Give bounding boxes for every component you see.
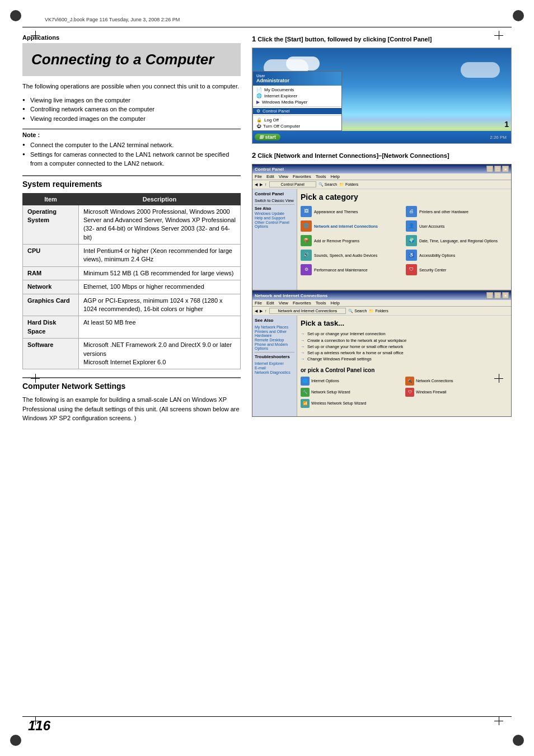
network-settings-heading: Computer Network Settings <box>22 382 241 391</box>
page-number: 116 <box>28 718 50 734</box>
pick-icon-title: or pick a Control Panel icon <box>301 367 508 373</box>
category-label: Appearance and Themes <box>314 209 358 214</box>
category-user-accounts: 👤 User Accounts <box>406 220 508 232</box>
see-also-help: Help and Support <box>255 216 294 220</box>
menu-file: File <box>255 174 262 179</box>
table-cell-description: Intel Pentium4 or higher (Xeon recommend… <box>79 245 241 267</box>
category-label: Accessibility Options <box>419 253 455 258</box>
note-box: Note : Connect the computer to the LAN2 … <box>22 129 241 168</box>
section-divider-1 <box>22 175 241 176</box>
nc-see-my-network: My Network Places <box>255 325 294 329</box>
start-menu: User Administrator 📄 My Documents 🌐 Inte… <box>252 71 342 131</box>
nc-menu-view: View <box>279 300 288 306</box>
nc-nav-forward: ▶ <box>260 309 263 313</box>
note-label: Note : <box>22 132 241 138</box>
category-appearance: 🖼 Appearance and Themes <box>301 206 402 217</box>
category-date-time: 🌍 Date, Time, Language, and Regional Opt… <box>406 235 508 246</box>
cp-titlebar: Control Panel _ □ × <box>252 165 511 173</box>
table-row: NetworkEthernet, 100 Mbps or higher reco… <box>23 280 241 294</box>
search-btn: 🔍 Search <box>318 182 337 187</box>
menu-help: Help <box>330 174 339 179</box>
control-panel-window: Control Panel _ □ × File Edit View Favor… <box>252 164 512 290</box>
start-menu-header: User Administrator <box>253 72 341 86</box>
system-requirements-table: Item Description Operating SystemMicroso… <box>22 193 241 370</box>
file-info: VK7Vi600_J.book Page 116 Tuesday, June 3… <box>22 17 512 22</box>
step-1: 1 Click the [Start] button, followed by … <box>252 34 512 144</box>
cross-mark-tr <box>494 31 503 40</box>
nc-main-area: Pick a task... Set up or change your Int… <box>297 316 511 416</box>
appearance-icon: 🖼 <box>301 206 312 217</box>
table-header-item: Item <box>23 193 79 205</box>
step-2-label: Click [Network and Internet Connections]… <box>257 152 449 159</box>
step-2-number: 2 <box>252 151 256 159</box>
wireless-icon: 📶 <box>301 399 310 408</box>
table-cell-description: Minimum 512 MB (1 GB recommended for lar… <box>79 266 241 280</box>
table-cell-description: Ethernet, 100 Mbps or higher recommended <box>79 280 241 294</box>
table-cell-item: CPU <box>23 245 79 267</box>
menu-favorites: Favorites <box>293 174 311 179</box>
maximize-button: □ <box>494 166 501 172</box>
nc-icon-connections: 🔌 Network Connections <box>405 377 508 386</box>
step-1-label: Click the [Start] button, followed by cl… <box>257 36 432 43</box>
step-1-badge: 1 <box>504 120 509 129</box>
pick-icon-row: 🌐 Internet Options 🔌 Network Connections… <box>301 377 508 408</box>
nc-nav-back: ◀ <box>255 309 257 313</box>
table-cell-description: AGP or PCI-Express, minimum 1024 x 768 (… <box>79 294 241 316</box>
category-label: Performance and Maintenance <box>314 267 368 273</box>
winxp-desktop: User Administrator 📄 My Documents 🌐 Inte… <box>252 48 511 143</box>
bullet-item: Viewing recorded images on the computer <box>22 114 241 124</box>
security-icon: 🛡 <box>406 264 417 275</box>
category-security: 🛡 Security Center <box>406 264 508 275</box>
nc-menu-file: File <box>255 300 262 306</box>
nc-sidebar-title: See Also <box>255 318 294 323</box>
step-1-title: 1 Click the [Start] button, followed by … <box>252 34 512 44</box>
table-cell-item: Network <box>23 280 79 294</box>
nc-body: See Also My Network Places Printers and … <box>252 316 511 416</box>
cross-mark-tl <box>31 31 40 40</box>
top-border <box>22 27 512 27</box>
switch-classic-view: Switch to Classic View <box>255 199 294 203</box>
start-menu-item: ⏻ Turn Off Computer <box>253 123 341 129</box>
nc-titlebar: Network and Internet Connections _ □ × <box>252 291 511 300</box>
sounds-icon: 🔊 <box>301 250 312 261</box>
table-cell-item: Software <box>23 339 79 369</box>
intro-bullets: Viewing live images on the computer Cont… <box>22 96 241 124</box>
corner-mark-bl <box>10 735 21 746</box>
cross-mark-ml <box>31 374 40 383</box>
cp-title: Control Panel <box>255 167 284 172</box>
bullet-item: Viewing live images on the computer <box>22 96 241 105</box>
performance-icon: ⚙ <box>301 264 312 275</box>
network-settings-text: The following is an example for building… <box>22 395 241 423</box>
nc-menu-help: Help <box>330 300 339 306</box>
see-also-windows-update: Windows Update <box>255 212 294 215</box>
see-also-label: See Also <box>255 206 294 210</box>
nc-menu-edit: Edit <box>266 300 274 306</box>
accessibility-icon: ♿ <box>406 250 417 261</box>
start-button: ⊞ start <box>255 134 280 140</box>
start-menu-control-panel: ⚙ Control Panel <box>253 108 341 114</box>
nc-minimize: _ <box>486 292 493 299</box>
nc-icon-wireless: 📶 Wireless Network Setup Wizard <box>301 399 403 408</box>
category-performance: ⚙ Performance and Maintenance <box>301 264 402 275</box>
category-sounds: 🔊 Sounds, Speech, and Audio Devices <box>301 250 402 261</box>
note-bullets: Connect the computer to the LAN2 termina… <box>22 140 241 168</box>
task-item-4: Set up a wireless network for a home or … <box>301 350 508 356</box>
nc-troubleshoot-internet: Internet Explorer <box>255 361 294 365</box>
nc-address-bar: Network and Internet Connections <box>269 308 346 314</box>
system-req-heading: System requirements <box>22 180 241 189</box>
title-box: Connecting to a Computer <box>22 43 241 76</box>
bullet-item: Controlling network cameras on the compu… <box>22 105 241 114</box>
category-label-highlighted: Network and Internet Connections <box>314 224 378 229</box>
cp-body: Control Panel Switch to Classic View See… <box>252 189 511 290</box>
table-cell-item: Hard Disk Space <box>23 316 79 339</box>
network-connections-window: Network and Internet Connections _ □ × F… <box>252 290 512 417</box>
folders-btn: 📁 Folders <box>339 182 358 187</box>
table-cell-item: Operating System <box>23 205 79 245</box>
table-row: RAMMinimum 512 MB (1 GB recommended for … <box>23 266 241 280</box>
table-cell-description: At least 50 MB free <box>79 316 241 339</box>
category-grid: 🖼 Appearance and Themes 🖨 Printers and o… <box>301 206 508 275</box>
user-accounts-icon: 👤 <box>406 220 417 232</box>
table-header-description: Description <box>79 193 241 205</box>
address-bar: Control Panel <box>269 181 316 187</box>
setup-wizard-icon: 🔧 <box>301 388 310 397</box>
